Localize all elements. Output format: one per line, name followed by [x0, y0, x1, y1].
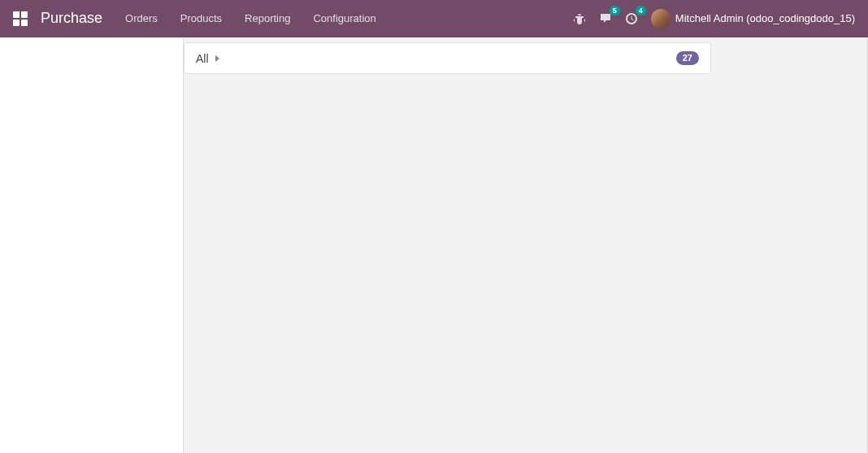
navbar-left: Purchase Orders Products Reporting Confi… — [13, 10, 573, 27]
group-count-badge: 27 — [676, 51, 699, 65]
navbar: Purchase Orders Products Reporting Confi… — [0, 0, 868, 37]
messages-icon[interactable]: 5 — [599, 12, 612, 25]
group-left: All — [196, 52, 219, 65]
nav-item-orders[interactable]: Orders — [125, 12, 158, 24]
nav-item-configuration[interactable]: Configuration — [313, 12, 375, 24]
user-menu[interactable]: Mitchell Admin (odoo_codingdodo_15) — [651, 9, 855, 28]
nav-item-products[interactable]: Products — [180, 12, 222, 24]
messages-badge: 5 — [610, 6, 620, 16]
debug-icon[interactable] — [573, 12, 586, 25]
navbar-right: 5 4 Mitchell Admin (odoo_codingdodo_15) — [573, 9, 855, 28]
avatar — [651, 9, 671, 28]
group-row-all[interactable]: All 27 — [184, 42, 711, 74]
user-display-name: Mitchell Admin (odoo_codingdodo_15) — [675, 12, 855, 24]
nav-item-reporting[interactable]: Reporting — [245, 12, 290, 24]
content-panel: All 27 — [184, 37, 868, 453]
activities-icon[interactable]: 4 — [625, 12, 638, 25]
main-area: All 27 — [0, 37, 868, 453]
group-label: All — [196, 52, 209, 65]
apps-icon[interactable] — [13, 11, 28, 26]
chevron-right-icon — [215, 55, 219, 62]
left-panel — [0, 37, 184, 453]
activities-badge: 4 — [636, 6, 646, 16]
app-title[interactable]: Purchase — [41, 10, 102, 27]
